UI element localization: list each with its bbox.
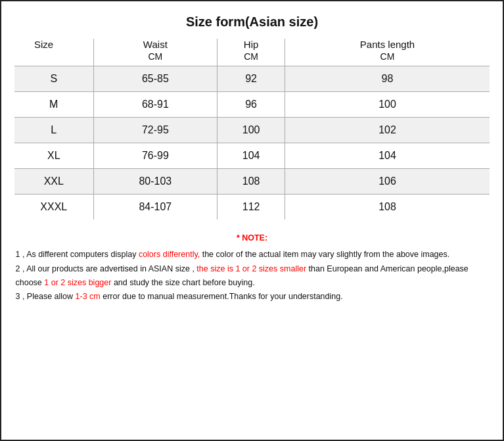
page-wrapper: Size form(Asian size) Size Waist Hip Pan… — [1, 1, 503, 440]
cell-hip: 104 — [218, 143, 285, 169]
table-row: L 72-95 100 102 — [14, 118, 490, 143]
cell-waist: 65-85 — [93, 66, 218, 92]
cell-hip: 92 — [218, 66, 285, 92]
cell-size: XXL — [14, 169, 93, 195]
cell-size: S — [14, 66, 93, 92]
table-row: XXL 80-103 108 106 — [14, 169, 490, 195]
cell-waist: 68-91 — [93, 92, 218, 118]
col-pants-unit: CM — [285, 51, 490, 66]
col-size-unit — [14, 51, 93, 66]
cell-pants: 98 — [285, 66, 490, 92]
cell-waist: 72-95 — [93, 118, 218, 143]
col-size-label: Size — [14, 39, 93, 51]
cell-pants: 104 — [285, 143, 490, 169]
cell-waist: 76-99 — [93, 143, 218, 169]
cell-hip: 108 — [218, 169, 285, 195]
cell-waist: 84-107 — [93, 195, 218, 220]
size-table: Size Waist Hip Pants length CM CM CM S 6… — [14, 39, 490, 220]
cell-pants: 100 — [285, 92, 490, 118]
note-line1: 1 , As different computers display color… — [16, 248, 489, 262]
cell-pants: 106 — [285, 169, 490, 195]
col-waist-unit: CM — [93, 51, 218, 66]
table-header-row: Size Waist Hip Pants length — [14, 39, 490, 51]
col-hip-label: Hip — [218, 39, 285, 51]
cell-pants: 108 — [285, 195, 490, 220]
table-row: S 65-85 92 98 — [14, 66, 490, 92]
table-body: S 65-85 92 98 M 68-91 96 100 L 72-95 100… — [14, 66, 490, 220]
cell-pants: 102 — [285, 118, 490, 143]
table-row: XL 76-99 104 104 — [14, 143, 490, 169]
notes-inner: * NOTE: 1 , As different computers displ… — [16, 231, 489, 304]
cell-size: XL — [14, 143, 93, 169]
note-title: * NOTE: — [237, 233, 267, 243]
col-pants-label: Pants length — [285, 39, 490, 51]
cell-hip: 112 — [218, 195, 285, 220]
cell-waist: 80-103 — [93, 169, 218, 195]
table-subheader-row: CM CM CM — [14, 51, 490, 66]
table-row: M 68-91 96 100 — [14, 92, 490, 118]
table-row: XXXL 84-107 112 108 — [14, 195, 490, 220]
notes-section: * NOTE: 1 , As different computers displ… — [14, 231, 490, 304]
cell-hip: 100 — [218, 118, 285, 143]
cell-hip: 96 — [218, 92, 285, 118]
col-hip-unit: CM — [218, 51, 285, 66]
cell-size: M — [14, 92, 93, 118]
note-line2: 2 , All our products are advertised in A… — [16, 262, 489, 290]
cell-size: L — [14, 118, 93, 143]
col-waist-label: Waist — [93, 39, 218, 51]
cell-size: XXXL — [14, 195, 93, 220]
note-line3: 3 , Please allow 1-3 cm error due to man… — [16, 290, 489, 304]
page-title: Size form(Asian size) — [14, 8, 490, 39]
